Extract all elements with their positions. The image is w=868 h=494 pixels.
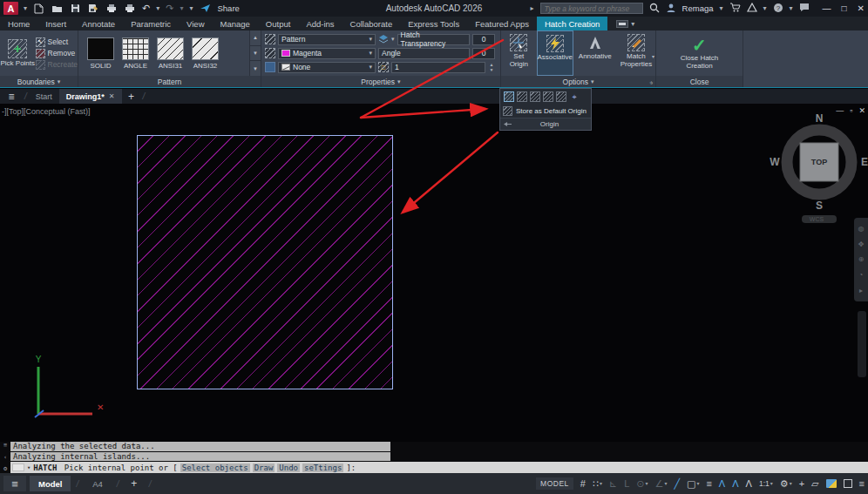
- pattern-angle[interactable]: ANGLE: [122, 37, 149, 70]
- store-default-origin-button[interactable]: Store as Default Origin: [500, 105, 591, 118]
- tab-express-tools[interactable]: Express Tools: [400, 17, 467, 30]
- object-snap-icon[interactable]: ▢▾: [687, 479, 699, 489]
- tab-hatch-creation[interactable]: Hatch Creation: [537, 17, 607, 30]
- new-layout-button[interactable]: +: [125, 477, 144, 490]
- file-tab-start[interactable]: Start: [29, 89, 59, 104]
- viewcube-west[interactable]: W: [770, 156, 780, 168]
- match-properties-button[interactable]: Match Properties ▾: [617, 30, 655, 76]
- pin-icon[interactable]: [504, 122, 512, 126]
- keyword-draw[interactable]: Draw: [253, 464, 275, 472]
- close-drawing-icon[interactable]: ✕: [109, 92, 115, 100]
- tab-manage[interactable]: Manage: [213, 17, 258, 30]
- layout-menu-icon[interactable]: ≡: [3, 476, 26, 491]
- viewport-controls-label[interactable]: -][Top][Conceptual (Fast)]: [2, 107, 91, 116]
- angle-value[interactable]: 0: [472, 48, 495, 59]
- transparency-value[interactable]: 0: [472, 34, 495, 45]
- recreate-boundary-button[interactable]: Recreate: [36, 60, 78, 70]
- feedback-icon[interactable]: [799, 3, 810, 14]
- file-tabs-menu-icon[interactable]: ≡: [0, 89, 23, 104]
- hatch-type-select[interactable]: Pattern▾: [278, 34, 376, 45]
- user-dropdown-icon[interactable]: ▾: [720, 4, 723, 12]
- cart-icon[interactable]: [729, 3, 741, 14]
- customize-wrench-icon[interactable]: ⚙: [3, 466, 7, 472]
- collapse-search-icon[interactable]: ▸: [531, 4, 534, 12]
- select-boundary-button[interactable]: ↖ Select: [36, 37, 78, 47]
- properties-panel-label[interactable]: Properties▾: [261, 76, 500, 87]
- ribbon-display-toggle[interactable]: ▾: [616, 17, 634, 30]
- navigation-bar-extension[interactable]: [858, 311, 866, 377]
- annotative-button[interactable]: Annotative: [577, 30, 614, 76]
- orbit-icon[interactable]: ◔: [859, 271, 864, 279]
- file-tab-drawing1[interactable]: Drawing1*✕: [59, 89, 122, 104]
- viewcube[interactable]: N S W E TOP WCS: [769, 111, 868, 224]
- restore-button[interactable]: □: [842, 3, 847, 13]
- crosshair-plus-icon[interactable]: +: [799, 479, 804, 489]
- viewcube-east[interactable]: E: [861, 156, 868, 168]
- pan-icon[interactable]: ✥: [858, 240, 865, 248]
- zoom-extents-icon[interactable]: ⊕: [858, 255, 865, 263]
- set-origin-button[interactable]: Set Origin: [505, 30, 533, 76]
- search-input[interactable]: [540, 3, 643, 14]
- new-drawing-button[interactable]: +: [122, 89, 141, 104]
- hatched-rectangle[interactable]: [137, 135, 393, 389]
- undo-icon[interactable]: ↶: [142, 3, 150, 13]
- command-collapse-icon[interactable]: ‹: [3, 455, 7, 461]
- gallery-scroll-down-icon[interactable]: ▼: [250, 46, 261, 62]
- viewcube-north[interactable]: N: [816, 112, 824, 125]
- new-file-icon[interactable]: [32, 3, 44, 14]
- hatch-color-select[interactable]: Magenta▾: [278, 48, 376, 59]
- printer-icon[interactable]: [124, 3, 136, 14]
- tab-insert[interactable]: Insert: [37, 17, 74, 30]
- layers-icon[interactable]: [378, 34, 389, 44]
- app-store-dropdown-icon[interactable]: ▾: [763, 4, 767, 12]
- options-launcher-icon[interactable]: »: [648, 79, 655, 86]
- options-panel-label[interactable]: Options▾»: [501, 76, 655, 87]
- layers-dropdown-icon[interactable]: ▾: [391, 36, 395, 43]
- origin-top-left-icon[interactable]: [530, 91, 540, 102]
- app-store-icon[interactable]: [747, 3, 757, 14]
- annotation-visibility-icon[interactable]: Λ: [719, 479, 725, 489]
- background-color-select[interactable]: None▾: [278, 62, 376, 73]
- tab-view[interactable]: View: [179, 17, 212, 30]
- tab-home[interactable]: Home: [0, 17, 37, 30]
- origin-flyout-footer[interactable]: Origin: [500, 118, 591, 130]
- scale-stepper[interactable]: ▲▼: [488, 62, 495, 73]
- tab-annotate[interactable]: Annotate: [74, 17, 123, 30]
- origin-center-icon[interactable]: [556, 91, 566, 102]
- gallery-expand-icon[interactable]: ▼: [250, 61, 261, 76]
- origin-bottom-right-icon[interactable]: [517, 91, 527, 102]
- angle-slider[interactable]: Angle: [378, 48, 470, 59]
- polar-tracking-icon[interactable]: ⊙▾: [636, 479, 648, 489]
- annotation-scale-icon[interactable]: Λ: [746, 479, 752, 489]
- tab-collaborate[interactable]: Collaborate: [342, 17, 401, 30]
- user-avatar-icon[interactable]: [666, 3, 676, 15]
- minimize-button[interactable]: —: [823, 3, 831, 13]
- annotation-scale-value[interactable]: 1:1▾: [759, 480, 773, 488]
- customization-menu-icon[interactable]: ≡: [859, 479, 865, 489]
- plot-icon[interactable]: [105, 3, 118, 14]
- isodraft-icon[interactable]: ∠▾: [655, 479, 668, 489]
- save-icon[interactable]: [69, 3, 81, 14]
- workspace-gear-icon[interactable]: ⚙▾: [780, 479, 792, 489]
- showmotion-icon[interactable]: ▸: [859, 287, 863, 294]
- graphics-performance-icon[interactable]: [826, 479, 837, 488]
- pattern-ansi31[interactable]: ANSI31: [157, 37, 184, 70]
- clean-screen-icon[interactable]: [844, 479, 852, 488]
- autocad-app-icon[interactable]: A: [3, 2, 18, 15]
- model-space-toggle[interactable]: MODEL: [536, 477, 573, 490]
- share-icon[interactable]: [200, 3, 212, 14]
- tab-parametric[interactable]: Parametric: [123, 17, 179, 30]
- open-folder-icon[interactable]: [51, 3, 63, 14]
- keyword-undo[interactable]: Undo: [277, 464, 300, 472]
- search-icon[interactable]: [649, 3, 660, 15]
- layout-tab-model[interactable]: Model: [30, 476, 71, 491]
- navigation-bar[interactable]: ◍ ✥ ⊕ ◔ ▸: [854, 218, 868, 301]
- command-handle-icon[interactable]: ≡: [3, 443, 7, 449]
- gallery-scroll-up-icon[interactable]: ▲: [250, 30, 261, 46]
- undo-dropdown-icon[interactable]: ▾: [156, 4, 159, 12]
- associative-button[interactable]: Associative: [537, 30, 573, 76]
- layout-tab-a4[interactable]: A4: [84, 476, 112, 491]
- command-prompt[interactable]: ▾ HATCH Pick internal point or [Select o…: [10, 462, 868, 473]
- help-icon[interactable]: ?: [773, 3, 783, 15]
- redo-dropdown-icon[interactable]: ▾: [180, 4, 183, 12]
